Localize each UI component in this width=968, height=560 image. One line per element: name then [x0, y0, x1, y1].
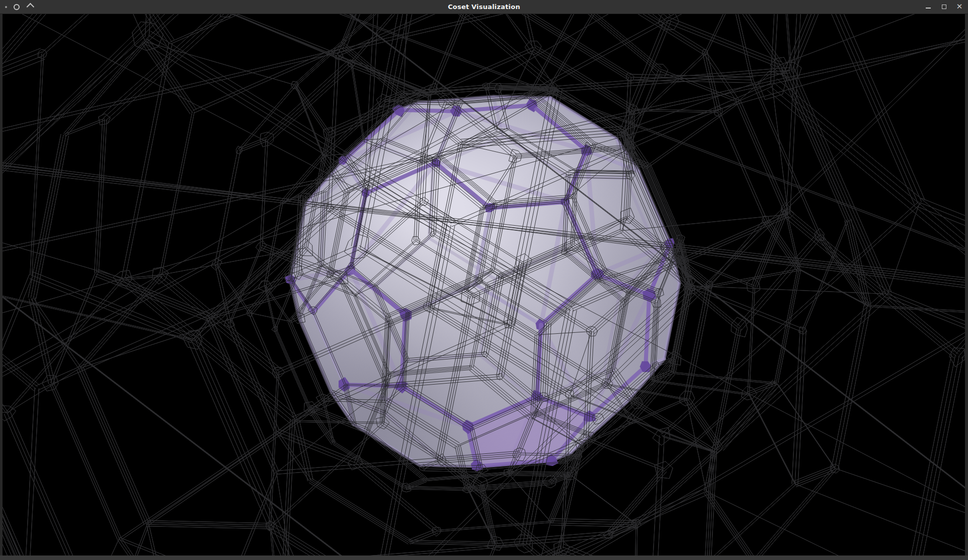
window-controls: ✕	[924, 0, 964, 14]
maximize-icon	[942, 5, 946, 9]
window-titlebar[interactable]: Coset Visualization ✕	[0, 0, 968, 14]
minimize-icon	[926, 8, 931, 9]
status-dot-icon	[5, 6, 7, 8]
close-button[interactable]: ✕	[955, 3, 964, 12]
titlebar-left-icons	[5, 0, 32, 14]
viewport-canvas[interactable]	[0, 14, 968, 560]
close-icon: ✕	[956, 3, 963, 11]
window-resize-left[interactable]	[0, 14, 3, 555]
circle-icon[interactable]	[14, 4, 20, 10]
window-title: Coset Visualization	[0, 3, 968, 11]
minimize-button[interactable]	[924, 3, 933, 12]
window-resize-bottom[interactable]	[0, 555, 968, 560]
maximize-button[interactable]	[939, 3, 948, 12]
window-resize-right[interactable]	[965, 14, 968, 555]
